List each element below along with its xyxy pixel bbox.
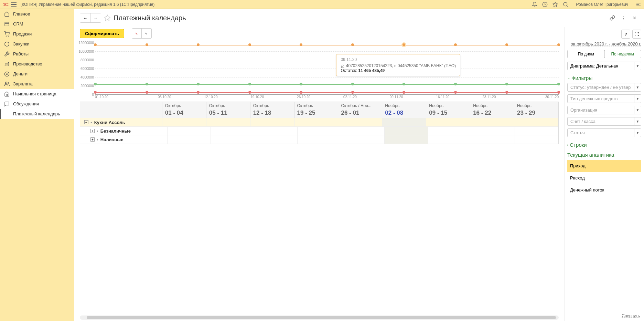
fullscreen-button[interactable] <box>632 30 641 39</box>
chart-point[interactable] <box>248 83 251 85</box>
chart-point[interactable] <box>146 43 148 46</box>
link-icon[interactable] <box>608 14 616 22</box>
status-input[interactable] <box>568 83 634 91</box>
chart-point[interactable] <box>557 91 560 94</box>
table-cell[interactable] <box>294 118 339 126</box>
chart-point[interactable] <box>197 91 200 94</box>
chart-point[interactable] <box>300 91 302 94</box>
cashtype-input[interactable] <box>568 95 634 103</box>
table-cell[interactable] <box>341 127 385 135</box>
menu-icon[interactable] <box>11 2 17 7</box>
scrollbar-thumb[interactable] <box>87 316 556 319</box>
by-days-toggle[interactable]: По дням <box>568 50 604 58</box>
chart-point[interactable] <box>351 83 354 85</box>
star-icon[interactable] <box>552 2 558 7</box>
user-name[interactable]: Романов Олег Григорьевич <box>576 2 628 7</box>
sidebar-item-purchases[interactable]: Закупки <box>0 39 74 49</box>
chart-point[interactable] <box>248 91 251 94</box>
close-icon[interactable]: ✕ <box>630 14 638 22</box>
chevron-down-icon[interactable]: ▼ <box>634 83 641 91</box>
chart-point[interactable] <box>94 91 97 94</box>
table-column-header[interactable]: Ноябрь23 - 29 <box>514 102 558 118</box>
table-cell[interactable] <box>168 135 211 144</box>
rows-section[interactable]: › Строки <box>567 140 641 150</box>
search-icon[interactable] <box>563 2 568 7</box>
table-cell[interactable] <box>341 135 385 144</box>
chart-point[interactable] <box>94 83 97 85</box>
table-row[interactable]: −●Кухни Ассоль <box>80 118 558 127</box>
form-button[interactable]: Сформировать <box>80 29 124 38</box>
bell-icon[interactable] <box>532 2 537 7</box>
table-cell[interactable] <box>471 135 515 144</box>
more-icon[interactable]: ⋮ <box>619 14 627 22</box>
chart-point[interactable] <box>454 83 457 85</box>
filters-section[interactable]: ⌄ Фильтры <box>567 73 641 83</box>
table-cell[interactable] <box>298 135 341 144</box>
table-column-header[interactable]: Октябрь01 - 04 <box>162 102 206 118</box>
chart-point[interactable] <box>505 91 508 94</box>
sidebar-item-works[interactable]: Работы <box>0 49 74 59</box>
chart-point[interactable] <box>197 83 200 85</box>
chart-point[interactable] <box>94 43 97 46</box>
sidebar-item-discussions[interactable]: Обсуждения <box>0 99 74 109</box>
sidebar-item-money[interactable]: ₽ Деньги <box>0 69 74 79</box>
table-column-header[interactable]: Октябрь / Ноя...26 - 01 <box>338 102 382 118</box>
table-column-header[interactable]: Октябрь19 - 25 <box>294 102 339 118</box>
org-filter[interactable]: ▼ <box>567 106 641 114</box>
table-cell[interactable] <box>162 118 206 126</box>
article-input[interactable] <box>568 129 634 137</box>
favorite-icon[interactable] <box>104 14 111 21</box>
table-cell[interactable] <box>298 127 341 135</box>
table-cell[interactable] <box>428 127 471 135</box>
table-cell[interactable] <box>250 118 294 126</box>
table-cell[interactable] <box>471 127 515 135</box>
chart-point[interactable] <box>454 91 457 94</box>
chevron-down-icon[interactable]: ▼ <box>634 129 641 137</box>
back-button[interactable]: ← <box>80 13 90 22</box>
table-cell[interactable] <box>211 135 254 144</box>
chart-point[interactable] <box>300 83 302 85</box>
table-cell[interactable] <box>206 118 250 126</box>
collapse-link[interactable]: Свернуть <box>622 313 640 318</box>
table-cell[interactable] <box>515 135 558 144</box>
table-cell[interactable] <box>254 127 298 135</box>
chart-point[interactable] <box>146 83 148 85</box>
table-row[interactable]: +●Наличные <box>80 135 558 144</box>
table-cell[interactable] <box>428 135 471 144</box>
expand-icon[interactable]: + <box>90 129 95 133</box>
chevron-down-icon[interactable]: ▼ <box>634 117 641 125</box>
collapse-icon[interactable]: − <box>84 120 88 124</box>
table-row[interactable]: +●Безналичные <box>80 127 558 135</box>
chart-point[interactable] <box>505 43 508 46</box>
chart-point[interactable] <box>351 91 354 94</box>
sidebar-item-homepage[interactable]: Начальная страница <box>0 89 74 99</box>
table-column-header[interactable]: Ноябрь09 - 15 <box>426 102 470 118</box>
table-cell[interactable] <box>385 135 428 144</box>
chart-point[interactable] <box>505 83 508 85</box>
table-cell[interactable] <box>338 118 382 126</box>
chart-point[interactable] <box>197 43 200 46</box>
horizontal-scrollbar[interactable] <box>80 315 559 320</box>
diagram-input[interactable] <box>568 62 634 70</box>
table-cell[interactable] <box>385 127 428 135</box>
chart-point[interactable] <box>248 43 251 46</box>
date-range-link[interactable]: за октябрь 2020 г. - ноябрь 2020 г. <box>567 41 641 46</box>
history-icon[interactable] <box>542 2 548 7</box>
table-column-header[interactable]: Октябрь05 - 11 <box>206 102 250 118</box>
collapse-tree-icon[interactable] <box>132 29 142 38</box>
sidebar-item-crm[interactable]: CRM <box>0 19 74 29</box>
expand-tree-icon[interactable] <box>142 29 151 38</box>
help-button[interactable]: ? <box>621 30 630 39</box>
table-cell[interactable] <box>254 135 298 144</box>
table-column-header[interactable]: Октябрь12 - 18 <box>250 102 294 118</box>
expand-icon[interactable]: + <box>90 137 95 142</box>
analytics-income[interactable]: Приход <box>567 160 641 172</box>
analytics-expense[interactable]: Расход <box>567 172 641 184</box>
account-filter[interactable]: ▼ <box>567 117 641 126</box>
org-input[interactable] <box>568 106 634 114</box>
table-cell[interactable] <box>514 118 558 126</box>
forward-button[interactable]: → <box>90 13 101 22</box>
sidebar-item-salary[interactable]: Зарплата <box>0 79 74 89</box>
article-filter[interactable]: ▼ <box>567 128 641 137</box>
cashtype-filter[interactable]: ▼ <box>567 94 641 103</box>
